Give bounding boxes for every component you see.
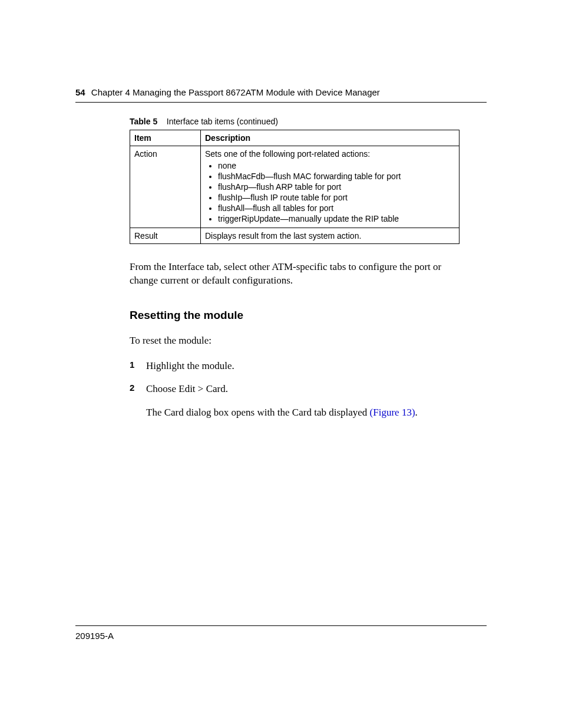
list-item: flushArp—flush ARP table for port <box>218 182 455 192</box>
cell-description: Displays result from the last system act… <box>201 228 459 244</box>
figure-link[interactable]: (Figure 13) <box>370 407 415 418</box>
step-text: Highlight the module. <box>146 360 234 371</box>
list-item: triggerRipUpdate—manually update the RIP… <box>218 214 455 223</box>
interface-tab-items-table: Item Description Action Sets one of the … <box>130 130 459 244</box>
table-row: Action Sets one of the following port-re… <box>130 146 459 228</box>
list-item: flushAll—flush all tables for port <box>218 203 455 213</box>
page-header: 54 Chapter 4 Managing the Passport 8672A… <box>75 87 487 103</box>
table-caption: Table 5 Interface tab items (continued) <box>130 117 487 126</box>
page-footer: 209195-A <box>75 625 487 641</box>
cell-item: Action <box>130 146 201 228</box>
list-item: flushMacFdb—flush MAC forwarding table f… <box>218 172 455 181</box>
step-item: Highlight the module. <box>130 358 487 374</box>
intro-text: To reset the module: <box>130 335 487 347</box>
followup-suffix: . <box>415 407 418 418</box>
steps-list: Highlight the module. Choose Edit > Card… <box>130 358 487 420</box>
cell-description: Sets one of the following port-related a… <box>201 146 459 228</box>
table-caption-label: Table 5 <box>130 117 157 126</box>
section-heading: Resetting the module <box>130 309 487 322</box>
list-item: flushIp—flush IP route table for port <box>218 193 455 202</box>
chapter-title: Chapter 4 Managing the Passport 8672ATM … <box>91 87 380 97</box>
page-number: 54 <box>75 87 85 97</box>
step-item: Choose Edit > Card. The Card dialog box … <box>130 381 487 420</box>
desc-intro: Sets one of the following port-related a… <box>205 149 455 159</box>
desc-bullet-list: none flushMacFdb—flush MAC forwarding ta… <box>218 161 455 223</box>
cell-item: Result <box>130 228 201 244</box>
table-caption-text: Interface tab items (continued) <box>167 117 278 126</box>
step-text: Choose Edit > Card. <box>146 383 228 394</box>
followup-prefix: The Card dialog box opens with the Card … <box>146 407 370 418</box>
column-header-item: Item <box>130 130 201 146</box>
table-header-row: Item Description <box>130 130 459 146</box>
body-paragraph: From the Interface tab, select other ATM… <box>130 261 465 288</box>
document-id: 209195-A <box>75 631 114 641</box>
table-row: Result Displays result from the last sys… <box>130 228 459 244</box>
step-followup: The Card dialog box opens with the Card … <box>146 405 487 420</box>
list-item: none <box>218 161 455 170</box>
column-header-description: Description <box>201 130 459 146</box>
